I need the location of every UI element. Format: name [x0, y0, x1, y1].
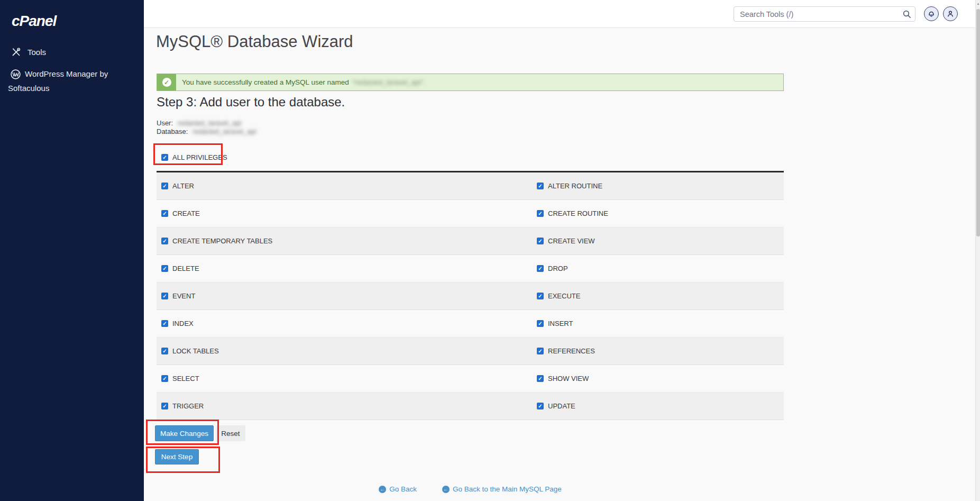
- vertical-scrollbar[interactable]: ▲: [975, 0, 980, 501]
- privilege-cell: ✓REFERENCES: [537, 338, 784, 365]
- privilege-cell: ✓CREATE ROUTINE: [537, 200, 784, 227]
- scroll-up-icon[interactable]: ▲: [976, 2, 980, 5]
- bell-icon: [928, 10, 935, 17]
- privilege-checkbox-index[interactable]: ✓: [161, 320, 168, 327]
- privilege-label: REFERENCES: [548, 347, 595, 355]
- privilege-checkbox-show-view[interactable]: ✓: [537, 375, 544, 382]
- all-privileges-row: ✓ ALL PRIVILEGES: [161, 153, 227, 161]
- database-context-line: Database: redacted_laravel_api: [157, 127, 257, 136]
- privilege-cell: ✓CREATE VIEW: [537, 227, 784, 254]
- privilege-cell: ✓SELECT: [157, 365, 537, 392]
- privilege-label: SELECT: [172, 375, 199, 382]
- scrollbar-thumb[interactable]: [976, 9, 980, 236]
- database-label: Database:: [157, 127, 188, 135]
- privilege-label: SHOW VIEW: [548, 375, 589, 382]
- privilege-checkbox-select[interactable]: ✓: [161, 375, 168, 382]
- privilege-label: CREATE: [172, 209, 200, 217]
- privilege-label: EVENT: [172, 292, 195, 300]
- privilege-row: ✓SELECT✓SHOW VIEW: [157, 365, 784, 393]
- sidebar-item-tools[interactable]: Tools: [0, 45, 144, 58]
- privilege-label: DROP: [548, 265, 568, 272]
- privilege-checkbox-create-view[interactable]: ✓: [537, 238, 544, 244]
- privilege-cell: ✓LOCK TABLES: [157, 338, 537, 365]
- privilege-label: ALTER: [172, 182, 194, 190]
- privilege-row: ✓INDEX✓INSERT: [157, 310, 784, 338]
- privilege-checkbox-alter[interactable]: ✓: [161, 183, 168, 189]
- privilege-row: ✓ALTER✓ALTER ROUTINE: [157, 172, 784, 200]
- privilege-row: ✓EVENT✓EXECUTE: [157, 283, 784, 310]
- all-privileges-label: ALL PRIVILEGES: [172, 153, 227, 161]
- cpanel-logo[interactable]: cPanel: [12, 13, 56, 30]
- notifications-button[interactable]: [924, 6, 939, 21]
- privilege-checkbox-create-routine[interactable]: ✓: [537, 210, 544, 217]
- reset-button[interactable]: Reset: [216, 425, 245, 441]
- privilege-cell: ✓ALTER: [157, 172, 537, 199]
- privilege-row: ✓TRIGGER✓UPDATE: [157, 393, 784, 420]
- search-input[interactable]: [734, 10, 899, 19]
- privilege-row: ✓CREATE TEMPORARY TABLES✓CREATE VIEW: [157, 227, 784, 255]
- privilege-label: EXECUTE: [548, 292, 580, 300]
- privilege-cell: ✓INSERT: [537, 310, 784, 337]
- privilege-label: CREATE VIEW: [548, 237, 595, 245]
- user-label: User:: [157, 119, 173, 127]
- privilege-label: LOCK TABLES: [172, 347, 219, 355]
- privilege-label: INDEX: [172, 320, 194, 327]
- cpanel-app: cPanel Tools WordPress Manager by Softac…: [0, 0, 980, 501]
- footer-link-label: Go Back: [389, 485, 417, 493]
- privilege-checkbox-lock-tables[interactable]: ✓: [161, 348, 168, 354]
- search-icon[interactable]: [899, 7, 915, 21]
- privilege-label: TRIGGER: [172, 402, 204, 410]
- footer-links: ←Go Back←Go Back to the Main MySQL Page: [157, 485, 784, 493]
- privilege-checkbox-delete[interactable]: ✓: [161, 265, 168, 272]
- check-circle-icon: ✓: [162, 78, 171, 87]
- step-heading: Step 3: Add user to the database.: [157, 95, 345, 110]
- sidebar-item-wordpress-manager[interactable]: WordPress Manager by Softaculous: [0, 67, 144, 95]
- account-button[interactable]: [943, 6, 958, 21]
- privilege-label: DELETE: [172, 265, 199, 272]
- sidebar-item-label: WordPress Manager by Softaculous: [8, 69, 108, 93]
- success-alert: ✓ You have successfully created a MySQL …: [157, 74, 784, 91]
- page-title: MySQL® Database Wizard: [156, 32, 353, 51]
- footer-link-label: Go Back to the Main MySQL Page: [453, 485, 562, 493]
- redacted-username: "redacted_laravel_api".: [352, 78, 426, 86]
- make-changes-button[interactable]: Make Changes: [155, 425, 214, 441]
- arrow-left-icon: ←: [379, 486, 386, 493]
- privileges-table: ✓ALTER✓ALTER ROUTINE✓CREATE✓CREATE ROUTI…: [157, 171, 784, 420]
- privilege-checkbox-drop[interactable]: ✓: [537, 265, 544, 272]
- go-back-main-mysql-link[interactable]: ←Go Back to the Main MySQL Page: [442, 485, 562, 493]
- privilege-cell: ✓DROP: [537, 255, 784, 282]
- privilege-label: UPDATE: [548, 402, 575, 410]
- success-message: You have successfully created a MySQL us…: [182, 78, 349, 86]
- privilege-cell: ✓CREATE: [157, 200, 537, 227]
- privilege-cell: ✓CREATE TEMPORARY TABLES: [157, 227, 537, 254]
- privilege-cell: ✓INDEX: [157, 310, 537, 337]
- privilege-checkbox-references[interactable]: ✓: [537, 348, 544, 354]
- next-step-button[interactable]: Next Step: [155, 449, 199, 464]
- sidebar-item-label: Tools: [28, 48, 46, 57]
- privilege-label: CREATE TEMPORARY TABLES: [172, 237, 272, 245]
- privilege-checkbox-alter-routine[interactable]: ✓: [537, 183, 544, 189]
- main-content: MySQL® Database Wizard ✓ You have succes…: [144, 28, 975, 501]
- privilege-row: ✓LOCK TABLES✓REFERENCES: [157, 338, 784, 365]
- database-value-redacted: redacted_laravel_api: [193, 127, 257, 135]
- privilege-cell: ✓UPDATE: [537, 393, 784, 420]
- user-icon: [947, 10, 954, 17]
- user-context-line: User: redacted_laravel_api: [157, 119, 241, 127]
- privilege-cell: ✓TRIGGER: [157, 393, 537, 420]
- go-back-link[interactable]: ←Go Back: [379, 485, 417, 493]
- topbar: [144, 0, 975, 28]
- privilege-checkbox-insert[interactable]: ✓: [537, 320, 544, 327]
- privilege-label: ALTER ROUTINE: [548, 182, 602, 190]
- wordpress-icon: [11, 69, 21, 79]
- tools-icon: [12, 48, 21, 57]
- privilege-checkbox-execute[interactable]: ✓: [537, 293, 544, 299]
- privilege-checkbox-trigger[interactable]: ✓: [161, 403, 168, 409]
- privilege-checkbox-event[interactable]: ✓: [161, 293, 168, 299]
- privilege-row: ✓CREATE✓CREATE ROUTINE: [157, 200, 784, 227]
- privilege-checkbox-create-temporary-tables[interactable]: ✓: [161, 238, 168, 244]
- privilege-checkbox-update[interactable]: ✓: [537, 403, 544, 409]
- privilege-checkbox-create[interactable]: ✓: [161, 210, 168, 217]
- privilege-label: CREATE ROUTINE: [548, 209, 608, 217]
- all-privileges-checkbox[interactable]: ✓: [161, 154, 168, 161]
- success-alert-body: You have successfully created a MySQL us…: [176, 74, 783, 90]
